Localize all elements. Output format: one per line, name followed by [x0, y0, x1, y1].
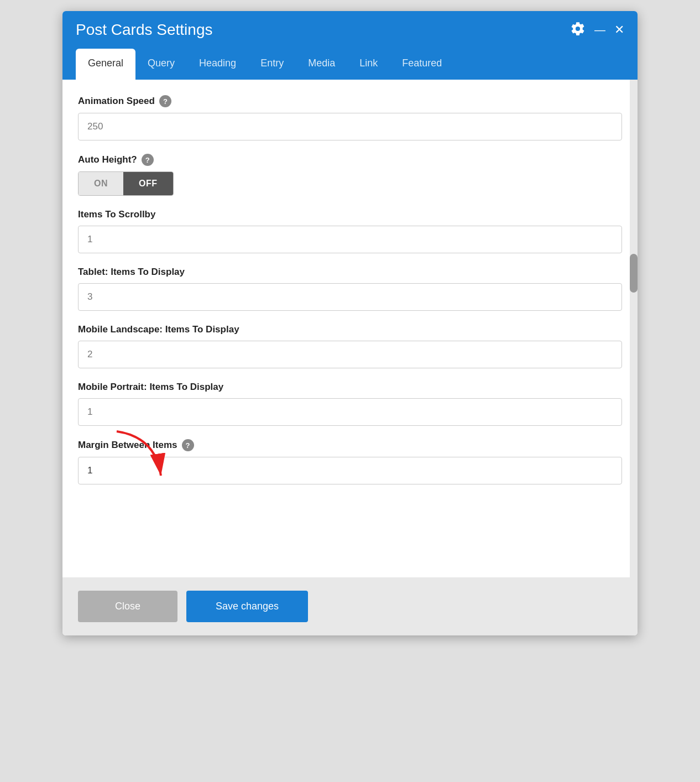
tab-featured[interactable]: Featured: [390, 49, 454, 80]
margin-between-items-label: Margin Between Items ?: [78, 439, 622, 451]
mobile-portrait-label: Mobile Portrait: Items To Display: [78, 382, 622, 393]
auto-height-help[interactable]: ?: [142, 154, 154, 166]
window-controls: — ✕: [570, 21, 624, 39]
title-bar: Post Cards Settings — ✕: [62, 11, 638, 49]
scrollbar-track[interactable]: [630, 80, 638, 577]
scrollbar-thumb[interactable]: [630, 254, 638, 293]
close-button-footer[interactable]: Close: [78, 591, 177, 622]
margin-between-items-group: Margin Between Items ?: [78, 439, 622, 484]
minimize-button[interactable]: —: [594, 24, 605, 35]
mobile-portrait-input[interactable]: [78, 398, 622, 426]
close-button[interactable]: ✕: [614, 24, 624, 36]
margin-between-items-input[interactable]: [78, 457, 622, 484]
tabs-bar: General Query Heading Entry Media Link F…: [62, 49, 638, 80]
tab-heading[interactable]: Heading: [187, 49, 248, 80]
tab-query[interactable]: Query: [135, 49, 187, 80]
tablet-items-label: Tablet: Items To Display: [78, 267, 622, 278]
tab-entry[interactable]: Entry: [248, 49, 296, 80]
mobile-landscape-label: Mobile Landscape: Items To Display: [78, 324, 622, 335]
animation-speed-group: Animation Speed ?: [78, 95, 622, 140]
mobile-landscape-input[interactable]: [78, 341, 622, 368]
settings-window: Post Cards Settings — ✕ General Query He…: [62, 11, 638, 635]
mobile-landscape-group: Mobile Landscape: Items To Display: [78, 324, 622, 368]
gear-button[interactable]: [570, 21, 586, 39]
settings-content: Animation Speed ? Auto Height? ? ON OFF …: [62, 80, 638, 577]
footer: Close Save changes: [62, 577, 638, 635]
items-to-scrollby-input[interactable]: [78, 226, 622, 253]
animation-speed-label: Animation Speed ?: [78, 95, 622, 107]
tab-link[interactable]: Link: [347, 49, 390, 80]
save-changes-button[interactable]: Save changes: [186, 591, 308, 622]
toggle-on-button[interactable]: ON: [79, 172, 123, 195]
animation-speed-input[interactable]: [78, 113, 622, 140]
window-title: Post Cards Settings: [76, 21, 212, 39]
items-to-scrollby-label: Items To Scrollby: [78, 209, 622, 220]
gear-icon: [570, 21, 586, 37]
toggle-off-button[interactable]: OFF: [123, 172, 173, 195]
auto-height-toggle: ON OFF: [78, 171, 174, 196]
tablet-items-group: Tablet: Items To Display: [78, 267, 622, 311]
items-to-scrollby-group: Items To Scrollby: [78, 209, 622, 253]
auto-height-group: Auto Height? ? ON OFF: [78, 154, 622, 196]
margin-between-items-help[interactable]: ?: [182, 439, 194, 451]
tab-general[interactable]: General: [76, 49, 135, 80]
animation-speed-help[interactable]: ?: [159, 95, 171, 107]
mobile-portrait-group: Mobile Portrait: Items To Display: [78, 382, 622, 426]
auto-height-label: Auto Height? ?: [78, 154, 622, 166]
tab-media[interactable]: Media: [296, 49, 347, 80]
tablet-items-input[interactable]: [78, 283, 622, 311]
